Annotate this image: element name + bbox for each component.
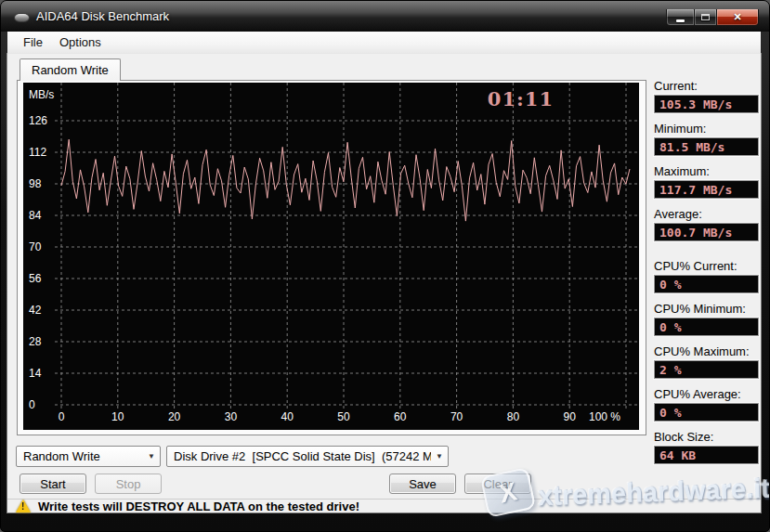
status-warning-text: Write tests will DESTROY ALL DATA on the… (38, 500, 359, 513)
maximize-icon (701, 14, 710, 20)
minimize-button[interactable] (666, 9, 695, 26)
svg-text:30: 30 (225, 410, 238, 423)
stat-block-size: Block Size: 64 KB (654, 429, 759, 464)
tab-label: Random Write (32, 63, 109, 77)
drive-select[interactable]: Disk Drive #2 [SPCC Solid State Dis] (57… (166, 446, 449, 467)
stat-value: 100.7 MB/s (654, 223, 759, 241)
svg-text:20: 20 (168, 410, 181, 423)
window-title: AIDA64 Disk Benchmark (36, 9, 169, 23)
svg-text:70: 70 (450, 410, 463, 423)
svg-text:70: 70 (29, 240, 42, 253)
svg-text:100 %: 100 % (589, 410, 620, 423)
stat-label: CPU% Maximum: (654, 344, 759, 360)
svg-text:10: 10 (111, 410, 124, 423)
stat-value: 117.7 MB/s (654, 180, 759, 199)
save-button[interactable]: Save (389, 474, 456, 494)
window-controls: ✕ (666, 9, 759, 26)
test-type-select[interactable]: Random Write ▼ (16, 446, 161, 467)
menu-bar: File Options (7, 32, 761, 54)
test-type-value: Random Write (17, 449, 143, 463)
warning-icon: ! (16, 500, 31, 513)
status-bar: ! Write tests will DESTROY ALL DATA on t… (7, 499, 761, 513)
svg-text:0: 0 (59, 410, 65, 423)
minimize-icon (676, 19, 685, 22)
maximize-button[interactable] (695, 9, 716, 26)
svg-text:84: 84 (29, 209, 42, 222)
svg-text:56: 56 (29, 272, 42, 285)
stat-cpu-maximum: CPU% Maximum: 2 % (654, 344, 759, 379)
client-area: Random Write MB/s12611298847056422814001… (7, 54, 761, 513)
stat-value: 64 KB (654, 446, 759, 464)
svg-text:126: 126 (29, 114, 47, 127)
stat-value: 0 % (654, 318, 759, 336)
tab-random-write[interactable]: Random Write (20, 58, 121, 81)
stat-value: 81.5 MB/s (654, 137, 759, 156)
benchmark-chart: MB/s126112988470564228140010203040506070… (23, 83, 639, 430)
chart-canvas: MB/s126112988470564228140010203040506070… (23, 83, 639, 430)
svg-text:50: 50 (337, 410, 350, 423)
menu-options[interactable]: Options (51, 32, 110, 52)
svg-text:60: 60 (394, 410, 407, 423)
stat-label: Current: (654, 78, 759, 95)
stat-cpu-average: CPU% Average: 0 % (654, 386, 759, 422)
start-button[interactable]: Start (20, 474, 86, 494)
stat-value: 2 % (654, 360, 759, 379)
svg-text:40: 40 (281, 410, 294, 423)
stat-label: CPU% Minimum: (654, 301, 759, 318)
stat-cpu-current: CPU% Current: 0 % (654, 258, 759, 293)
warning-exclamation: ! (21, 501, 24, 512)
stat-cpu-minimum: CPU% Minimum: 0 % (654, 301, 759, 336)
svg-text:98: 98 (29, 177, 42, 190)
chevron-down-icon: ▼ (143, 452, 160, 461)
stat-maximum: Maximum: 117.7 MB/s (654, 163, 759, 199)
svg-text:112: 112 (29, 146, 46, 159)
title-bar[interactable]: AIDA64 Disk Benchmark ✕ (1, 1, 769, 32)
svg-text:14: 14 (29, 367, 42, 380)
stat-label: CPU% Average: (654, 386, 759, 403)
stat-value: 0 % (654, 403, 759, 422)
svg-text:42: 42 (29, 304, 42, 317)
app-window: AIDA64 Disk Benchmark ✕ File Options Ran… (0, 0, 770, 532)
svg-text:MB/s: MB/s (29, 88, 54, 101)
stat-label: Block Size: (654, 429, 759, 446)
stop-button[interactable]: Stop (95, 474, 162, 494)
stat-average: Average: 100.7 MB/s (654, 206, 759, 241)
stats-panel: Current: 105.3 MB/s Minimum: 81.5 MB/s M… (654, 78, 759, 472)
stat-value: 105.3 MB/s (654, 95, 759, 113)
elapsed-time: 01:11 (488, 87, 554, 110)
svg-text:80: 80 (507, 410, 520, 423)
stat-minimum: Minimum: 81.5 MB/s (654, 121, 759, 156)
clear-button[interactable]: Clear (464, 474, 531, 494)
stat-current: Current: 105.3 MB/s (654, 78, 759, 113)
svg-text:90: 90 (564, 410, 577, 423)
stat-label: Maximum: (654, 163, 759, 180)
chevron-down-icon: ▼ (431, 452, 448, 461)
svg-text:28: 28 (29, 335, 42, 348)
close-icon: ✕ (733, 12, 741, 22)
disk-app-icon (14, 13, 30, 22)
stat-label: Average: (654, 206, 759, 223)
stat-label: CPU% Current: (654, 258, 759, 275)
stat-value: 0 % (654, 275, 759, 293)
drive-select-value: Disk Drive #2 [SPCC Solid State Dis] (57… (167, 449, 431, 463)
close-button[interactable]: ✕ (716, 9, 759, 26)
stat-label: Minimum: (654, 121, 759, 137)
svg-text:0: 0 (29, 398, 35, 411)
chart-panel: MB/s126112988470564228140010203040506070… (17, 80, 646, 435)
menu-file[interactable]: File (15, 32, 51, 52)
